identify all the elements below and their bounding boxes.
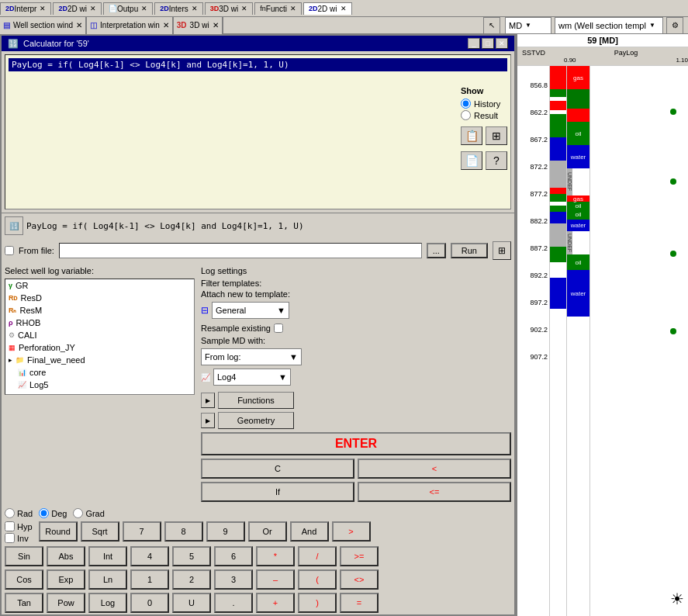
md-dropdown-arrow[interactable]: ▼ <box>525 22 531 29</box>
gte-button[interactable]: >= <box>340 546 379 566</box>
eq-button[interactable]: = <box>340 593 379 613</box>
copy-btn[interactable]: 📋 <box>461 126 482 145</box>
run-button[interactable]: Run <box>451 243 488 258</box>
btn-1[interactable]: 1 <box>130 569 169 590</box>
if-button[interactable]: If <box>201 482 354 502</box>
back2-button[interactable]: <= <box>358 482 511 502</box>
geometry-button[interactable]: Geometry <box>218 412 294 429</box>
btn-7[interactable]: 7 <box>123 521 161 542</box>
tab-3dwi[interactable]: 3D 3D wi ✕ <box>205 2 254 15</box>
interp-tab-label[interactable]: Interpretation win <box>100 21 160 29</box>
btn-8[interactable]: 8 <box>164 521 203 542</box>
minus-button[interactable]: – <box>256 569 295 590</box>
int-button[interactable]: Int <box>88 546 127 566</box>
template-dropdown-arrow[interactable]: ▼ <box>649 22 655 29</box>
sin-button[interactable]: Sin <box>5 546 43 566</box>
neq-button[interactable]: <> <box>340 569 379 590</box>
md-dropdown[interactable]: MD ▼ <box>505 17 551 34</box>
abs-button[interactable]: Abs <box>47 546 85 566</box>
lparen-button[interactable]: ( <box>298 569 337 590</box>
btn-4[interactable]: 4 <box>130 546 169 566</box>
tab-interpr[interactable]: 2D Interpr ✕ <box>0 2 51 15</box>
well-section-tab-close[interactable]: ✕ <box>76 21 82 29</box>
gt-button[interactable]: > <box>332 521 371 542</box>
calc-close-btn[interactable]: ✕ <box>496 38 508 49</box>
tab-close-interpr[interactable]: ✕ <box>40 5 46 12</box>
tab-close-functi[interactable]: ✕ <box>290 5 296 12</box>
var-item-folder[interactable]: ▸ 📁 Final_we_need <box>5 354 194 366</box>
grad-radio-label[interactable]: Grad <box>73 508 104 518</box>
result-radio[interactable] <box>461 110 471 120</box>
tab-functi[interactable]: fn Functi ✕ <box>254 2 302 15</box>
div-button[interactable]: / <box>298 546 337 566</box>
inv-check[interactable]: Inv <box>5 533 33 543</box>
var-item-resm[interactable]: Rₙ ResM <box>5 304 194 317</box>
resample-checkbox[interactable] <box>274 324 283 333</box>
ln-button[interactable]: Ln <box>88 569 127 590</box>
paste-btn[interactable]: 📄 <box>461 151 482 170</box>
interp-tab-close[interactable]: ✕ <box>163 21 169 29</box>
tab-close-2dwi2[interactable]: ✕ <box>341 5 347 12</box>
cos-button[interactable]: Cos <box>5 569 43 590</box>
functions-arrow[interactable]: ▶ <box>201 393 215 408</box>
grad-radio[interactable] <box>73 508 83 518</box>
hyp-check[interactable]: Hyp <box>5 521 33 531</box>
mult-button[interactable]: * <box>256 546 295 566</box>
settings-btn[interactable]: ⚙ <box>666 17 683 34</box>
from-file-input[interactable] <box>59 243 422 258</box>
deg-radio[interactable] <box>39 508 49 518</box>
btn-5[interactable]: 5 <box>172 546 211 566</box>
back-button[interactable]: < <box>358 459 511 479</box>
from-file-checkbox[interactable] <box>5 246 14 255</box>
tab-outpu[interactable]: 📄 Outpu ✕ <box>103 2 153 15</box>
u-button[interactable]: U <box>172 593 211 613</box>
var-item-resd[interactable]: Rᴅ ResD <box>5 292 194 304</box>
btn-3[interactable]: 3 <box>214 569 253 590</box>
enter-button[interactable]: ENTER <box>201 432 511 455</box>
round-button[interactable]: Round <box>39 521 78 542</box>
sqrt-button[interactable]: Sqrt <box>81 521 119 542</box>
inv-checkbox[interactable] <box>5 533 15 543</box>
log-button[interactable]: Log <box>88 593 127 613</box>
tab-close-inters[interactable]: ✕ <box>192 5 198 12</box>
c-button[interactable]: C <box>201 459 354 479</box>
tab-close-3dwi[interactable]: ✕ <box>241 5 247 12</box>
tab-inters[interactable]: 2D Inters ✕ <box>154 2 203 15</box>
cursor-btn[interactable]: ↖ <box>483 17 500 34</box>
or-button[interactable]: Or <box>248 521 287 542</box>
3d-tab-label[interactable]: 3D wi <box>190 21 209 29</box>
rparen-button[interactable]: ) <box>298 593 337 613</box>
btn-2[interactable]: 2 <box>172 569 211 590</box>
dot-button[interactable]: . <box>214 593 253 613</box>
log4-dropdown[interactable]: Log4 ▼ <box>213 369 291 386</box>
geometry-arrow[interactable]: ▶ <box>201 413 215 428</box>
btn-9[interactable]: 9 <box>206 521 245 542</box>
functions-button[interactable]: Functions <box>218 392 294 409</box>
pow-button[interactable]: Pow <box>47 593 85 613</box>
rad-radio[interactable] <box>5 508 15 518</box>
from-log-dropdown[interactable]: From log: ▼ <box>201 348 302 365</box>
calc-maximize-btn[interactable]: □ <box>482 38 494 49</box>
general-dropdown[interactable]: General ▼ <box>212 302 289 319</box>
tab-2dwi1[interactable]: 2D 2D wi ✕ <box>53 2 102 15</box>
and-button[interactable]: And <box>290 521 329 542</box>
tab-close-outpu[interactable]: ✕ <box>141 5 147 12</box>
well-section-tab-label[interactable]: Well section wind <box>13 21 73 29</box>
btn-6[interactable]: 6 <box>214 546 253 566</box>
help-btn[interactable]: ? <box>486 151 507 170</box>
var-item-perforation[interactable]: ▦ Perforation_JY <box>5 341 194 354</box>
exp-button[interactable]: Exp <box>47 569 85 590</box>
plus-button[interactable]: + <box>256 593 295 613</box>
calc-minimize-btn[interactable]: _ <box>468 38 480 49</box>
3d-tab-close[interactable]: ✕ <box>213 21 219 29</box>
tab-2dwi2[interactable]: 2D 2D wi ✕ <box>303 2 352 15</box>
var-item-log5[interactable]: 📈 Log5 <box>5 379 194 391</box>
history-radio[interactable] <box>461 99 471 109</box>
var-item-cali[interactable]: ⚙ CALI <box>5 329 194 341</box>
btn-0[interactable]: 0 <box>130 593 169 613</box>
browse-button[interactable]: ... <box>427 243 446 258</box>
tab-close-2dwi1[interactable]: ✕ <box>90 5 96 12</box>
var-item-rhob[interactable]: ρ RHOB <box>5 317 194 329</box>
grid-btn[interactable]: ⊞ <box>486 126 507 145</box>
var-item-core[interactable]: 📊 core <box>5 366 194 379</box>
